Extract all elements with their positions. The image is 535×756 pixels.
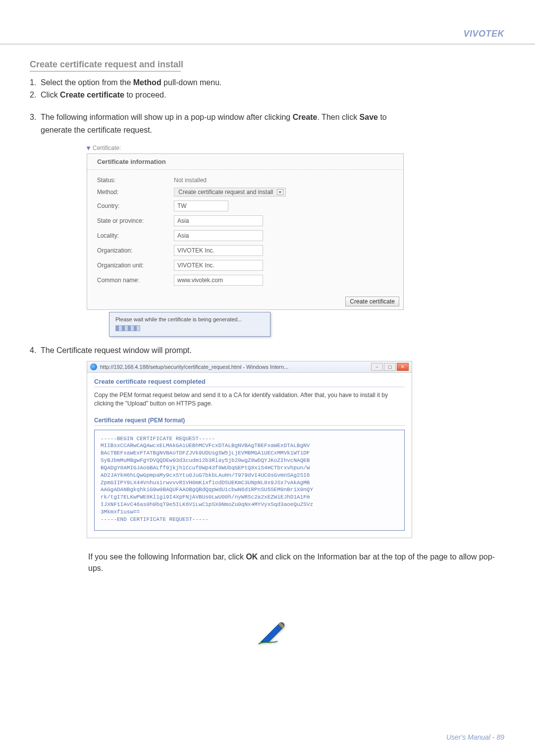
country-input[interactable]: TW: [174, 201, 228, 211]
pem-line: rk/tgI7ELKwPWE8Kl1gi9I4XpFNjAVBUs0LwU00h…: [101, 494, 398, 501]
bold: Method: [133, 78, 161, 87]
step-4: 4.The Certificate request window will pr…: [30, 345, 505, 356]
pem-text[interactable]: -----BEGIN CERTIFICATE REQUEST----- MIIB…: [94, 430, 405, 531]
ie-favicon-icon: [90, 363, 97, 370]
cn-input[interactable]: www.vivotek.com: [174, 275, 263, 286]
create-certificate-button[interactable]: Create certificate: [345, 297, 399, 306]
certificate-expand[interactable]: ▶Certificate:: [87, 145, 404, 151]
step-2: 2.Click Create certificate to proceed.: [30, 89, 505, 101]
pen-icon: [258, 619, 287, 647]
footer: User's Manual - 89: [446, 733, 504, 741]
wait-message: Please wait while the certificate is bei…: [115, 316, 264, 322]
method-label: Method:: [97, 189, 174, 196]
pem-line: AD2JAYkH6hLQwGpmpaMy9cxSYtu0JuG7bkbLAuHn…: [101, 472, 398, 479]
cn-label: Common name:: [97, 277, 174, 284]
pem-line: SyBJbmMuMBgwFgYDVQQDEw93d3cudm12b3Rlay5j…: [101, 457, 398, 464]
text: . Then click: [318, 113, 360, 121]
country-label: Country:: [97, 202, 174, 209]
pem-line: -----BEGIN CERTIFICATE REQUEST-----: [101, 435, 398, 443]
pem-line: 3Mkmxf1usw==: [101, 508, 398, 516]
text: pull-down menu.: [161, 78, 222, 87]
progress-bar: [115, 325, 140, 331]
minimize-button[interactable]: –: [371, 363, 383, 371]
ie-url: http://192.168.4.188/setup/security/cert…: [100, 364, 288, 370]
chevron-down-icon: ▶: [86, 146, 92, 150]
ou-label: Organization unit:: [97, 262, 174, 269]
pem-line: BQADgY0AMIGJAoGBALff9jkjh1Ccuf0Wp43f0WUb…: [101, 464, 398, 472]
pem-title: Create certificate request completed: [94, 378, 405, 387]
pem-desc: Copy the PEM format request below and se…: [94, 391, 405, 408]
pem-sub: Certificate request (PEM format): [94, 417, 405, 426]
text: Click: [41, 91, 60, 99]
chevron-down-icon: ▾: [277, 189, 283, 195]
org-input[interactable]: VIVOTEK Inc.: [174, 245, 263, 256]
step-3: 3.The following information will show up…: [30, 111, 505, 123]
org-label: Organization:: [97, 247, 174, 254]
locality-label: Locality:: [97, 232, 174, 239]
method-value: Create certificate request and install: [178, 189, 273, 196]
bold: Save: [360, 113, 378, 121]
page-number: 89: [496, 733, 504, 741]
pem-line: MIIBsxCCARwCAQAwcxELMAkGA1UEBhMCVFcxDTAL…: [101, 442, 398, 450]
bold: Create: [293, 113, 318, 121]
ie-titlebar[interactable]: http://192.168.4.188/setup/security/cert…: [87, 361, 412, 373]
step-3-line2: generate the certificate request.: [41, 124, 505, 136]
bold: Create certificate: [60, 91, 124, 99]
section-title: Create certificate request and install: [30, 59, 505, 70]
expand-label: Certificate:: [93, 145, 121, 151]
maximize-button[interactable]: ▢: [384, 363, 396, 371]
pem-window: http://192.168.4.188/setup/security/cert…: [87, 361, 412, 538]
step-1: 1.Select the option from the Method pull…: [30, 77, 505, 88]
text: The Certificate request window will prom…: [41, 346, 192, 354]
ou-input[interactable]: VIVOTEK Inc.: [174, 260, 263, 271]
text: Select the option from the: [41, 78, 133, 87]
text: to: [378, 113, 387, 121]
text: to proceed.: [124, 91, 166, 99]
method-select[interactable]: Create certificate request and install ▾: [174, 188, 286, 197]
cert-info-header: Certificate information: [87, 154, 403, 170]
pem-line: IJXNF1IAvC46as0h9bqT9e5ILK6V1LwC1pSX0Nmo…: [101, 501, 398, 508]
wait-popup: Please wait while the certificate is bei…: [109, 312, 270, 337]
state-label: State or province:: [97, 217, 174, 224]
pem-line: -----END CERTIFICATE REQUEST-----: [101, 516, 398, 523]
footer-label: User's Manual -: [446, 733, 496, 741]
status-value: Not installed: [174, 177, 393, 184]
close-button[interactable]: ✕: [397, 363, 409, 371]
status-label: Status:: [97, 177, 174, 184]
state-input[interactable]: Asia: [174, 215, 263, 226]
pem-line: BAcTBEFxaWExFTATBgNVBAoTDFZJVk9UDUsgSW5j…: [101, 450, 398, 457]
pem-line: ZpmGIIPY9LX44VnhusirwvvvR1VH0mKixf1odDSU…: [101, 479, 398, 487]
text: The following information will show up i…: [41, 113, 293, 121]
pem-line: AAGgADANBgkqhkiG9w0BAQUFAAOBgQBdQqpWdU1c…: [101, 486, 398, 494]
locality-input[interactable]: Asia: [174, 230, 263, 241]
post-note: If you see the following Information bar…: [88, 551, 505, 574]
section-underline: [30, 71, 181, 72]
brand-logo: VIVOTEK: [463, 29, 504, 39]
text: If you see the following Information bar…: [88, 553, 246, 561]
bold: OK: [246, 553, 258, 561]
